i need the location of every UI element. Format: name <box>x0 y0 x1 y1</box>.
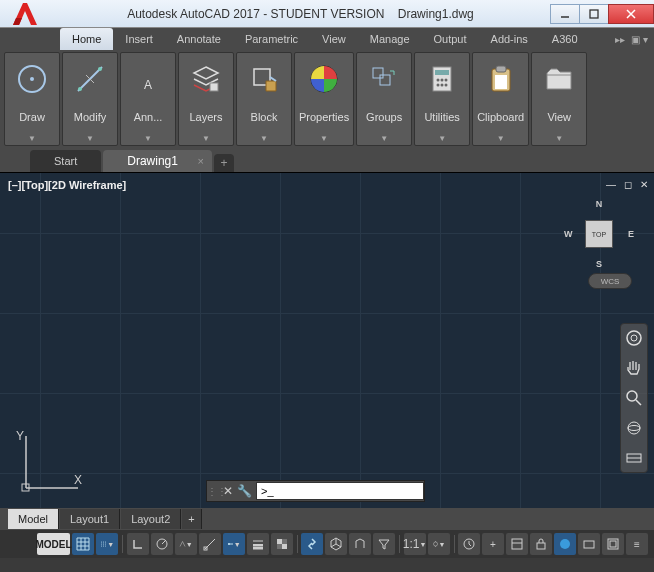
snap-button[interactable]: ▼ <box>96 533 118 555</box>
panel-layers[interactable]: Layers▼ <box>178 52 234 146</box>
units-button[interactable]: + <box>482 533 504 555</box>
customize-status-button[interactable]: ≡ <box>626 533 648 555</box>
svg-point-17 <box>445 79 448 82</box>
grid-button[interactable] <box>72 533 94 555</box>
svg-point-40 <box>101 543 102 544</box>
viewport-label[interactable]: [–][Top][2D Wireframe] <box>8 179 126 191</box>
annotation-visibility-button[interactable]: ▼ <box>428 533 450 555</box>
command-input[interactable] <box>256 482 424 500</box>
close-tab-icon[interactable]: × <box>198 155 204 167</box>
panel-dropdown-icon[interactable]: ▼ <box>380 134 388 143</box>
status-bar: MODEL ▼ ▼ ▼ 1:1▼ ▼ + ≡ <box>0 530 654 558</box>
tab-insert[interactable]: Insert <box>113 28 165 50</box>
quickprops-button[interactable] <box>506 533 528 555</box>
tab-annotate[interactable]: Annotate <box>165 28 233 50</box>
panel-clipboard[interactable]: Clipboard▼ <box>472 52 529 146</box>
maximize-button[interactable] <box>579 4 609 24</box>
orbit-icon[interactable] <box>624 418 644 438</box>
panel-view[interactable]: View▼ <box>531 52 587 146</box>
viewport-maximize-icon[interactable]: ◻ <box>624 179 632 190</box>
layout-tab-layout1[interactable]: Layout1 <box>60 509 120 529</box>
wcs-badge[interactable]: WCS <box>588 273 632 289</box>
tab-addins[interactable]: Add-ins <box>479 28 540 50</box>
panel-block[interactable]: Block▼ <box>236 52 292 146</box>
compass-n[interactable]: N <box>596 199 603 209</box>
svg-text:A: A <box>144 78 152 92</box>
panel-dropdown-icon[interactable]: ▼ <box>260 134 268 143</box>
doctab-drawing1[interactable]: Drawing1× <box>103 150 212 172</box>
selection-filter-button[interactable] <box>373 533 395 555</box>
viewcube[interactable]: N S E W TOP <box>564 199 634 269</box>
tab-output[interactable]: Output <box>422 28 479 50</box>
tab-a360[interactable]: A360 <box>540 28 590 50</box>
panel-dropdown-icon[interactable]: ▼ <box>438 134 446 143</box>
cmdline-recent-icon[interactable]: 🔧 <box>237 484 252 498</box>
tab-manage[interactable]: Manage <box>358 28 422 50</box>
svg-rect-68 <box>610 541 616 547</box>
dynamic-ucs-button[interactable] <box>349 533 371 555</box>
zoom-extents-icon[interactable] <box>624 388 644 408</box>
fullnav-wheel-icon[interactable] <box>624 328 644 348</box>
isolate-button[interactable] <box>578 533 600 555</box>
layout-tab-layout2[interactable]: Layout2 <box>121 509 181 529</box>
osnap-button[interactable] <box>199 533 221 555</box>
svg-point-38 <box>103 541 104 542</box>
panel-groups[interactable]: Groups▼ <box>356 52 412 146</box>
compass-w[interactable]: W <box>564 229 573 239</box>
workspace-button[interactable] <box>458 533 480 555</box>
lineweight-button[interactable] <box>247 533 269 555</box>
panel-utilities[interactable]: Utilities▼ <box>414 52 470 146</box>
panel-draw[interactable]: Draw▼ <box>4 52 60 146</box>
panel-dropdown-icon[interactable]: ▼ <box>86 134 94 143</box>
isodraft-button[interactable]: ▼ <box>175 533 197 555</box>
doctab-start[interactable]: Start <box>30 150 101 172</box>
tab-home[interactable]: Home <box>60 28 113 50</box>
tab-view[interactable]: View <box>310 28 358 50</box>
minimize-button[interactable] <box>550 4 580 24</box>
layout-tab-model[interactable]: Model <box>8 509 59 529</box>
svg-rect-14 <box>435 70 449 75</box>
selection-cycling-button[interactable] <box>301 533 323 555</box>
3dosnap-button[interactable] <box>325 533 347 555</box>
transparency-button[interactable] <box>271 533 293 555</box>
modelspace-button[interactable]: MODEL <box>37 533 70 555</box>
panel-ann[interactable]: AAnn...▼ <box>120 52 176 146</box>
add-layout-button[interactable]: + <box>182 509 201 529</box>
add-tab-button[interactable]: + <box>214 154 234 172</box>
ribbon-overflow-icon[interactable]: ▸▸ <box>615 34 625 45</box>
cleanscreen-button[interactable] <box>602 533 624 555</box>
annotation-scale-button[interactable]: 1:1▼ <box>404 533 426 555</box>
ribbon-minimize-icon[interactable]: ▣ ▾ <box>631 34 648 45</box>
compass-e[interactable]: E <box>628 229 634 239</box>
ortho-button[interactable] <box>127 533 149 555</box>
showmotion-icon[interactable] <box>624 448 644 468</box>
panel-dropdown-icon[interactable]: ▼ <box>202 134 210 143</box>
svg-point-42 <box>105 543 106 544</box>
panel-dropdown-icon[interactable]: ▼ <box>497 134 505 143</box>
compass-s[interactable]: S <box>596 259 602 269</box>
cmdline-customize-icon[interactable]: ✕ <box>223 484 233 498</box>
close-button[interactable] <box>608 4 654 24</box>
hardware-accel-button[interactable] <box>554 533 576 555</box>
app-logo-icon[interactable] <box>0 0 50 28</box>
panel-dropdown-icon[interactable]: ▼ <box>28 134 36 143</box>
drawing-canvas[interactable]: [–][Top][2D Wireframe] — ◻ ✕ N S E W TOP… <box>0 172 654 508</box>
otrack-button[interactable]: ▼ <box>223 533 245 555</box>
tab-parametric[interactable]: Parametric <box>233 28 310 50</box>
panel-dropdown-icon[interactable]: ▼ <box>555 134 563 143</box>
cmdline-grip-icon[interactable]: ⋮⋮ <box>207 486 219 497</box>
panel-properties[interactable]: Properties▼ <box>294 52 354 146</box>
command-line[interactable]: ⋮⋮ ✕ 🔧 <box>206 480 425 502</box>
svg-line-27 <box>636 400 641 405</box>
viewport-close-icon[interactable]: ✕ <box>640 179 648 190</box>
ucs-icon[interactable]: Y X <box>16 428 86 498</box>
panel-modify[interactable]: Modify▼ <box>62 52 118 146</box>
polar-button[interactable] <box>151 533 173 555</box>
pan-icon[interactable] <box>624 358 644 378</box>
viewport-minimize-icon[interactable]: — <box>606 179 616 190</box>
svg-rect-62 <box>512 539 522 549</box>
lock-ui-button[interactable] <box>530 533 552 555</box>
panel-dropdown-icon[interactable]: ▼ <box>320 134 328 143</box>
navigation-bar[interactable] <box>620 323 648 473</box>
panel-dropdown-icon[interactable]: ▼ <box>144 134 152 143</box>
